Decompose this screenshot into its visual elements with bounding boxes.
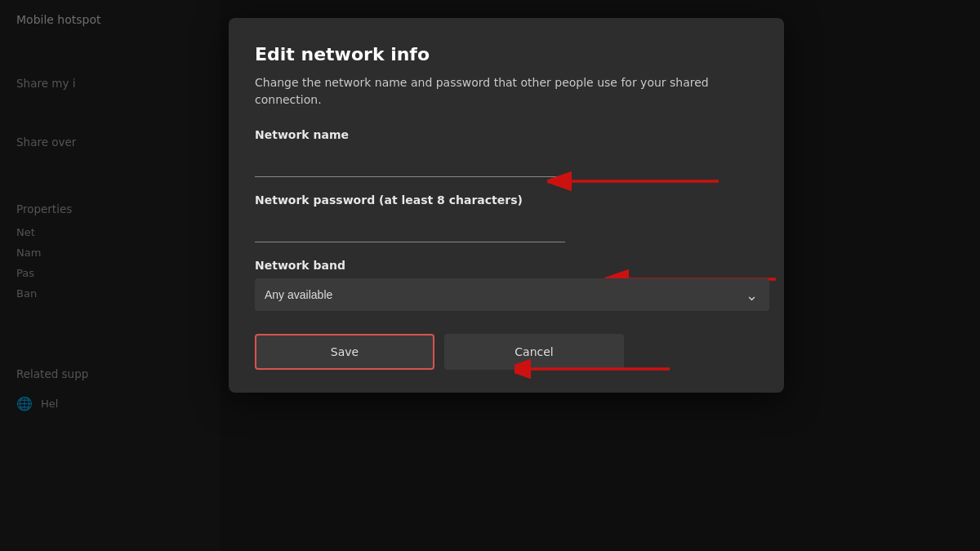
network-band-label: Network band xyxy=(255,259,758,272)
network-band-select[interactable]: Any available 2.4 GHz 5 GHz xyxy=(255,278,769,311)
network-band-select-wrapper: Any available 2.4 GHz 5 GHz xyxy=(255,278,769,311)
save-button[interactable]: Save xyxy=(255,334,434,370)
dialog-title: Edit network info xyxy=(255,44,758,64)
edit-network-dialog: Edit network info Change the network nam… xyxy=(229,18,784,393)
dialog-description: Change the network name and password tha… xyxy=(255,74,728,109)
dialog-footer: Save Cancel xyxy=(255,334,758,370)
network-name-input[interactable] xyxy=(255,148,565,177)
network-password-field-group: Network password (at least 8 characters) xyxy=(255,193,758,242)
network-name-field-group: Network name xyxy=(255,128,758,177)
network-name-label: Network name xyxy=(255,128,758,141)
cancel-button[interactable]: Cancel xyxy=(444,334,624,370)
network-password-input[interactable] xyxy=(255,213,565,242)
network-band-field-group: Network band Any available 2.4 GHz 5 GHz xyxy=(255,259,758,311)
network-password-label: Network password (at least 8 characters) xyxy=(255,193,758,207)
